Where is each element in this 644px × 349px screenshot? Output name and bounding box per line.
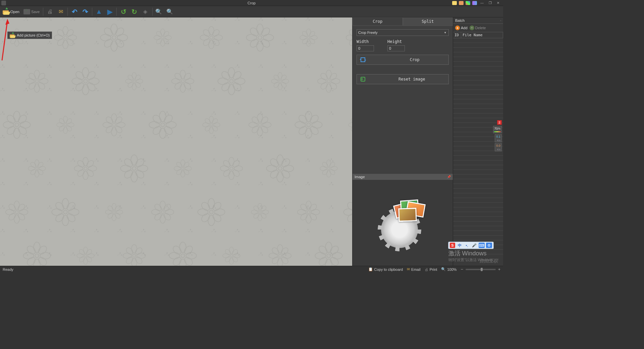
copy-clipboard-button[interactable]: 📋Copy to clipboard bbox=[368, 267, 403, 271]
plus-icon: + bbox=[455, 26, 460, 30]
width-label: Width bbox=[357, 39, 374, 44]
canvas-background bbox=[0, 17, 352, 266]
pin-icon[interactable]: ◦ bbox=[500, 19, 501, 22]
ime-keyboard-icon[interactable]: ⌨ bbox=[479, 243, 485, 248]
print-button[interactable]: 🖨 bbox=[45, 8, 55, 16]
redo-button[interactable]: ↷ bbox=[80, 8, 90, 16]
ime-mic-icon[interactable]: 🎤 bbox=[471, 243, 477, 248]
net-down-widget: 0.0K/s bbox=[495, 143, 502, 151]
table-row bbox=[453, 174, 503, 179]
image-preview-panel bbox=[353, 180, 453, 266]
content-area: Add picture (Ctrl+O) Crop Split Crop Fre… bbox=[0, 17, 503, 266]
skew-button[interactable]: ◈ bbox=[140, 8, 150, 16]
width-input[interactable] bbox=[357, 45, 374, 51]
site-watermark: 自由互联 bbox=[479, 258, 498, 264]
batch-delete-label: Delete bbox=[475, 26, 486, 30]
redo-icon: ↷ bbox=[82, 8, 89, 15]
ime-settings-icon[interactable]: ⚙ bbox=[486, 243, 492, 248]
ime-lang-button[interactable]: 中 bbox=[457, 243, 463, 248]
window-controls: — ❐ ✕ bbox=[452, 1, 501, 5]
ime-toolbar[interactable]: S 中 •, 🎤 ⌨ ⚙ bbox=[448, 242, 494, 249]
batch-delete-button[interactable]: ✕Delete bbox=[470, 26, 486, 30]
accent-icon-1[interactable] bbox=[452, 1, 457, 5]
email-status-button[interactable]: ✉Email bbox=[407, 267, 421, 271]
sogou-logo-icon[interactable]: S bbox=[450, 243, 455, 248]
table-row bbox=[453, 90, 503, 95]
tab-split[interactable]: Split bbox=[403, 17, 453, 26]
close-button[interactable]: ✕ bbox=[495, 1, 501, 5]
folder-open-icon bbox=[3, 8, 9, 15]
undo-button[interactable]: ↶ bbox=[70, 8, 79, 16]
batch-add-button[interactable]: +Add bbox=[455, 26, 468, 30]
crop-mode-select[interactable]: Crop Freely bbox=[357, 29, 449, 36]
tab-crop[interactable]: Crop bbox=[353, 17, 403, 26]
open-button[interactable]: Open bbox=[1, 8, 21, 16]
table-row bbox=[453, 109, 503, 113]
table-row bbox=[453, 160, 503, 165]
reset-image-button[interactable]: Reset image bbox=[357, 74, 449, 84]
crop-icon bbox=[359, 57, 367, 63]
accent-icon-3[interactable] bbox=[466, 1, 470, 5]
printer-icon: 🖨 bbox=[47, 8, 53, 15]
crop-mode-value: Crop Freely bbox=[358, 31, 377, 35]
height-label: Height bbox=[387, 39, 405, 44]
col-filename[interactable]: File Name bbox=[461, 32, 503, 38]
flip-v-icon: ▶ bbox=[106, 8, 113, 15]
table-row bbox=[453, 48, 503, 52]
zoom-indicator[interactable]: 🔍100% bbox=[441, 267, 457, 271]
table-row bbox=[453, 43, 503, 48]
table-row bbox=[453, 231, 503, 236]
rotate-left-icon: ↺ bbox=[120, 8, 127, 15]
accent-icon-2[interactable] bbox=[459, 1, 464, 5]
zoom-out-button[interactable]: 🔍- bbox=[165, 8, 175, 16]
save-button[interactable]: Save bbox=[22, 8, 41, 16]
height-input[interactable] bbox=[387, 45, 405, 51]
status-ready: Ready bbox=[3, 267, 13, 271]
table-row bbox=[453, 99, 503, 104]
maximize-button[interactable]: ❐ bbox=[487, 1, 493, 5]
rotate-right-button[interactable]: ↻ bbox=[129, 8, 139, 16]
recycle-icon bbox=[359, 76, 367, 82]
panel-tabs: Crop Split bbox=[353, 17, 453, 26]
pin-icon[interactable]: 📌 bbox=[447, 175, 451, 179]
print-status-button[interactable]: 🖨Print bbox=[425, 267, 437, 271]
folder-open-icon bbox=[10, 33, 15, 38]
table-row bbox=[453, 250, 503, 254]
flip-h-icon: ▲ bbox=[96, 8, 102, 15]
canvas-area[interactable]: Add picture (Ctrl+O) bbox=[0, 17, 352, 266]
email-button[interactable]: ✉ bbox=[56, 8, 65, 16]
table-row bbox=[453, 71, 503, 76]
accent-icon-4[interactable] bbox=[472, 1, 477, 5]
notification-badge[interactable]: 2 bbox=[497, 120, 502, 125]
crop-action-button[interactable]: Crop bbox=[357, 55, 449, 65]
flip-horizontal-button[interactable]: ▲ bbox=[94, 8, 104, 16]
flip-vertical-button[interactable]: ▶ bbox=[105, 8, 114, 16]
table-row bbox=[453, 113, 503, 118]
zoom-slider[interactable]: −+ bbox=[461, 267, 500, 272]
table-row bbox=[453, 85, 503, 90]
batch-header: Batch ◦ bbox=[453, 17, 503, 24]
table-row bbox=[453, 156, 503, 160]
title-bar: Crop — ❐ ✕ bbox=[0, 0, 503, 6]
table-row bbox=[453, 38, 503, 43]
right-panel: Crop Split Crop Freely Width Height Crop bbox=[352, 17, 453, 266]
separator bbox=[92, 8, 92, 16]
minimize-button[interactable]: — bbox=[479, 1, 485, 5]
rotate-left-button[interactable]: ↺ bbox=[119, 8, 128, 16]
zoom-in-button[interactable]: 🔍+ bbox=[155, 8, 164, 16]
table-row bbox=[453, 52, 503, 57]
magnifier-icon: 🔍 bbox=[441, 267, 446, 271]
table-row bbox=[453, 184, 503, 189]
col-id[interactable]: ID bbox=[453, 32, 461, 38]
cpu-usage-widget[interactable]: 71% bbox=[493, 126, 502, 133]
main-toolbar: Open Save 🖨 ✉ ↶ ↷ ▲ ▶ ↺ ↻ ◈ 🔍+ 🔍- bbox=[0, 6, 503, 17]
separator bbox=[116, 8, 117, 16]
table-row bbox=[453, 198, 503, 203]
table-row bbox=[453, 189, 503, 193]
window-title: Crop bbox=[248, 1, 256, 5]
table-row bbox=[453, 62, 503, 66]
separator bbox=[152, 8, 153, 16]
table-row bbox=[453, 165, 503, 170]
ime-punct-button[interactable]: •, bbox=[464, 243, 470, 248]
reset-btn-label: Reset image bbox=[398, 77, 425, 82]
